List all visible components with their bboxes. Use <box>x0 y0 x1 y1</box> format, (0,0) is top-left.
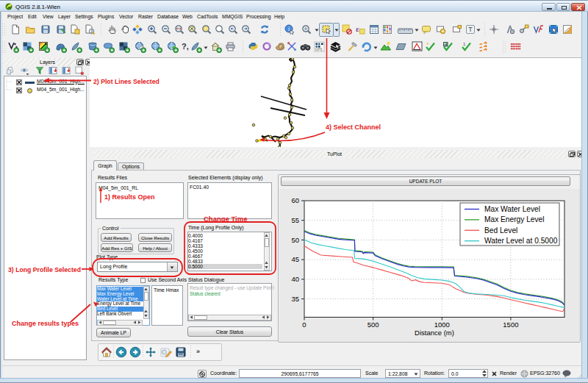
svg-text:1000: 1000 <box>434 321 450 329</box>
svg-text:?,: ?, <box>182 42 189 51</box>
svg-text:Max Energy Level: Max Energy Level <box>484 215 545 223</box>
svg-text:GPS: GPS <box>315 48 323 51</box>
svg-text:55: 55 <box>291 216 299 224</box>
svg-text:Bed Level: Bed Level <box>484 226 517 235</box>
svg-text:0: 0 <box>302 321 306 329</box>
svg-text:35: 35 <box>291 295 299 303</box>
svg-text:Max Water Level: Max Water Level <box>484 205 540 213</box>
svg-text:60: 60 <box>291 196 299 204</box>
svg-text:500: 500 <box>368 321 379 329</box>
svg-text:Distance (m): Distance (m) <box>415 329 454 337</box>
svg-text:40: 40 <box>291 275 299 283</box>
svg-text:50: 50 <box>291 236 299 244</box>
svg-text:1500: 1500 <box>503 321 518 329</box>
svg-text:Water Level at 0.5000: Water Level at 0.5000 <box>484 237 558 245</box>
svg-text:1: 1 <box>463 42 466 46</box>
svg-text:45: 45 <box>291 255 299 263</box>
